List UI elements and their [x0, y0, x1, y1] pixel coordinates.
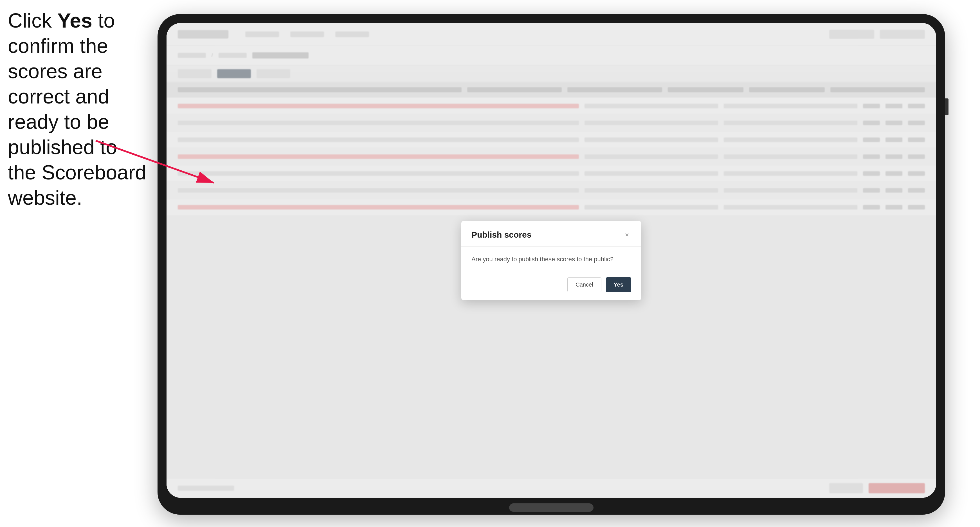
tablet-device: /	[158, 14, 945, 514]
instruction-prefix: Click	[8, 9, 57, 32]
instruction-bold: Yes	[57, 9, 92, 32]
modal-overlay: Publish scores × Are you ready to publis…	[167, 23, 936, 498]
instruction-text: Click Yes to confirm the scores are corr…	[8, 8, 148, 210]
modal-title: Publish scores	[471, 230, 531, 240]
modal-body: Are you ready to publish these scores to…	[461, 247, 641, 271]
modal-message: Are you ready to publish these scores to…	[471, 254, 631, 264]
modal-close-button[interactable]: ×	[623, 230, 631, 239]
publish-scores-dialog: Publish scores × Are you ready to publis…	[461, 221, 641, 300]
instruction-suffix: to confirm the scores are correct and re…	[8, 9, 146, 209]
modal-header: Publish scores ×	[461, 221, 641, 247]
modal-footer: Cancel Yes	[461, 271, 641, 300]
cancel-button[interactable]: Cancel	[567, 277, 601, 292]
tablet-screen: /	[167, 23, 936, 498]
tablet-side-button	[945, 98, 948, 115]
app-screen: /	[167, 23, 936, 498]
tablet-home-bar	[509, 503, 593, 512]
yes-button[interactable]: Yes	[606, 277, 631, 292]
